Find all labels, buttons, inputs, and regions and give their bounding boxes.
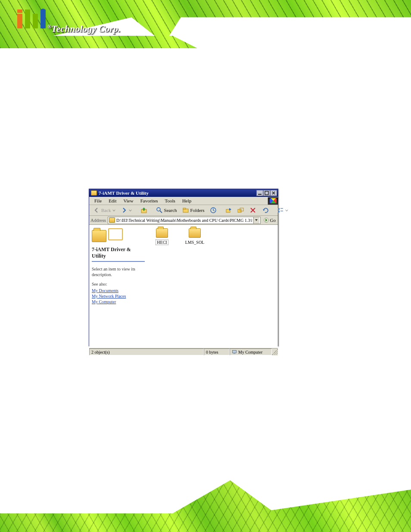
search-icon <box>156 207 163 214</box>
svg-rect-15 <box>233 350 237 353</box>
address-path: D:\IEI\Technical Writing\Manuals\Motherb… <box>116 218 252 223</box>
link-my-computer[interactable]: My Computer <box>92 299 145 304</box>
search-button[interactable]: Search <box>154 206 179 215</box>
windows-logo-throbber <box>268 197 278 205</box>
address-label: Address <box>90 218 106 223</box>
delete-icon <box>249 207 256 214</box>
folder-item-heci[interactable]: HECI <box>151 228 173 245</box>
chevron-down-icon <box>285 209 288 212</box>
menu-file[interactable]: File <box>91 197 105 204</box>
minimize-button[interactable] <box>256 190 263 196</box>
toolbar: Back Search Folders <box>89 205 278 216</box>
folders-button[interactable]: Folders <box>180 206 207 215</box>
copy-to-button[interactable] <box>235 206 246 215</box>
go-label: Go <box>270 218 276 223</box>
statusbar: 2 object(s) 0 bytes My Computer <box>89 348 278 355</box>
svg-rect-16 <box>234 353 236 354</box>
undo-button[interactable] <box>259 206 271 215</box>
forward-arrow-icon <box>121 207 128 214</box>
back-button[interactable]: Back <box>91 206 118 215</box>
folder-icon <box>91 190 97 196</box>
menu-help[interactable]: Help <box>179 197 195 204</box>
webview-pane: 7-iAMT Driver & Utility Select an item t… <box>89 225 147 348</box>
folder-icon <box>156 228 168 238</box>
svg-rect-11 <box>280 208 283 209</box>
resize-grip[interactable] <box>272 349 278 355</box>
undo-icon <box>262 207 268 214</box>
explorer-window: 7-iAMT Driver & Utility File Edit View F… <box>89 189 278 346</box>
webview-title: 7-iAMT Driver & Utility <box>92 246 145 259</box>
svg-rect-1 <box>265 191 268 195</box>
forward-button[interactable] <box>118 206 134 215</box>
folder-label: HECI <box>156 240 168 245</box>
move-to-icon <box>225 207 232 214</box>
delete-button[interactable] <box>247 206 258 215</box>
status-size: 0 bytes <box>204 348 230 355</box>
address-dropdown-button[interactable] <box>253 217 259 224</box>
back-arrow-icon <box>93 207 100 214</box>
back-label: Back <box>101 208 111 213</box>
link-my-network-places[interactable]: My Network Places <box>92 294 145 299</box>
copy-to-icon <box>237 207 244 214</box>
svg-point-3 <box>157 208 160 211</box>
svg-rect-13 <box>280 211 283 212</box>
svg-rect-10 <box>278 208 280 210</box>
views-icon <box>277 207 284 214</box>
address-field[interactable]: D:\IEI\Technical Writing\Manuals\Motherb… <box>108 217 260 224</box>
folders-label: Folders <box>190 208 205 213</box>
see-also-label: See also: <box>92 282 145 286</box>
folder-label: LMS_SOL <box>184 240 205 245</box>
status-objects: 2 object(s) <box>89 348 204 355</box>
titlebar[interactable]: 7-iAMT Driver & Utility <box>89 189 278 197</box>
chevron-down-icon <box>112 209 115 212</box>
webview-divider <box>92 261 145 262</box>
chevron-down-icon <box>255 218 258 222</box>
folder-listing[interactable]: HECI LMS_SOL <box>147 225 278 348</box>
window-title: 7-iAMT Driver & Utility <box>99 190 256 196</box>
menu-tools[interactable]: Tools <box>162 197 179 204</box>
webview-description: Select an item to view its description. <box>92 266 145 277</box>
go-button[interactable]: Go <box>262 217 277 223</box>
views-button[interactable] <box>275 206 290 215</box>
webview-folder-graphic <box>92 227 123 245</box>
up-button[interactable] <box>138 206 149 215</box>
status-zone-label: My Computer <box>238 350 262 355</box>
svg-rect-0 <box>258 194 262 195</box>
menu-favorites[interactable]: Favorites <box>137 197 162 204</box>
logo: ®Technology Corp. <box>17 9 129 40</box>
page-header-banner: ®Technology Corp. <box>0 0 411 48</box>
folders-icon <box>182 207 189 214</box>
page-footer-banner <box>0 480 411 532</box>
search-label: Search <box>164 208 177 213</box>
chevron-down-icon <box>129 209 132 212</box>
history-icon <box>210 207 217 214</box>
menu-edit[interactable]: Edit <box>105 197 120 204</box>
menu-view[interactable]: View <box>120 197 137 204</box>
logo-mark <box>17 9 47 28</box>
folder-item-lms-sol[interactable]: LMS_SOL <box>184 228 206 245</box>
status-zone: My Computer <box>230 348 272 355</box>
maximize-button[interactable] <box>263 190 270 196</box>
windows-flag-icon <box>270 198 277 203</box>
folder-up-icon <box>140 207 147 214</box>
my-computer-icon <box>232 349 237 355</box>
svg-rect-5 <box>183 208 186 209</box>
close-button[interactable] <box>270 190 277 196</box>
svg-rect-12 <box>278 211 280 212</box>
menubar: File Edit View Favorites Tools Help <box>89 197 278 205</box>
logo-text: ®Technology Corp. <box>47 24 121 34</box>
link-my-documents[interactable]: My Documents <box>92 288 145 293</box>
go-icon <box>263 217 269 223</box>
folder-icon <box>109 218 115 223</box>
move-to-button[interactable] <box>223 206 234 215</box>
content-area: 7-iAMT Driver & Utility Select an item t… <box>89 225 278 348</box>
addressbar: Address D:\IEI\Technical Writing\Manuals… <box>89 216 278 225</box>
history-button[interactable] <box>208 206 219 215</box>
folder-icon <box>189 228 201 238</box>
